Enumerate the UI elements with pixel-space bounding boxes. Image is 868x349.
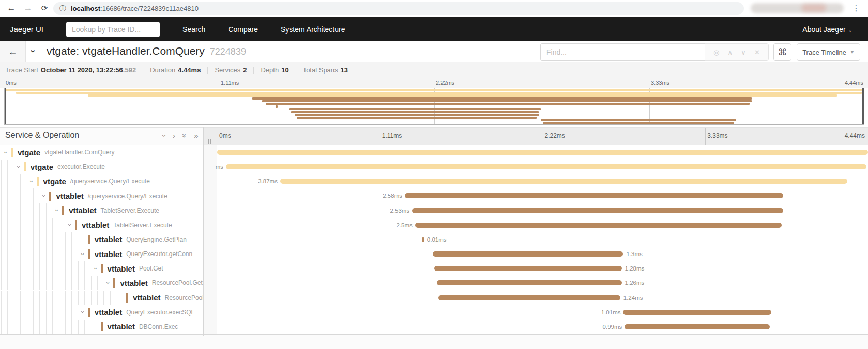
span-bar-cell[interactable]: 2.5ms — [217, 218, 868, 232]
span-row[interactable]: ›vttablet/queryservice.Query/Execute2.58… — [0, 188, 868, 203]
span-tree-cell[interactable]: ›vttabletQueryExecutor.execSQL — [0, 305, 203, 320]
span-tree-cell[interactable]: vttabletDBConn.Exec — [0, 320, 203, 334]
expand-chevron-icon[interactable]: › — [66, 221, 74, 229]
expand-chevron-icon[interactable]: › — [53, 207, 61, 214]
span-row[interactable]: ›vttabletResourcePool.Get1.26ms — [0, 276, 868, 290]
span-duration-label: 1.24ms — [620, 295, 643, 301]
expand-chevron-icon[interactable]: › — [40, 193, 48, 200]
site-info-icon[interactable]: ⓘ — [59, 4, 66, 13]
span-bar-cell[interactable]: 1.28ms — [217, 261, 868, 276]
span-duration-bar[interactable] — [415, 223, 782, 228]
span-row[interactable]: ›vttabletTabletServer.Execute2.5ms — [0, 218, 868, 232]
span-duration-bar[interactable] — [226, 164, 866, 169]
prev-match-icon[interactable]: ∧ — [728, 49, 733, 56]
collapse-trace-chevron-icon[interactable]: › — [28, 50, 38, 53]
expand-chevron-icon[interactable]: › — [14, 163, 22, 170]
next-match-icon[interactable]: ∨ — [741, 49, 746, 56]
expand-chevron-icon[interactable]: › — [27, 178, 35, 185]
browser-menu-icon[interactable]: ⋮ — [850, 2, 862, 14]
span-duration-bar[interactable] — [412, 208, 783, 213]
expand-chevron-icon[interactable]: › — [92, 265, 99, 272]
nav-link-system-architecture[interactable]: System Architecture — [281, 25, 345, 34]
span-row[interactable]: ›vtgate/queryservice.Query/Execute3.87ms — [0, 174, 868, 188]
span-tree-cell[interactable]: ›vttablet/queryservice.Query/Execute — [0, 188, 203, 203]
span-tree-cell[interactable]: vttabletResourcePool.factory — [0, 291, 203, 305]
browser-reload-icon[interactable]: ⟳ — [38, 2, 51, 14]
span-duration-bar[interactable] — [433, 251, 623, 257]
span-row[interactable]: vttabletResourcePool.factory1.24ms — [0, 291, 868, 305]
span-row[interactable]: ›vttabletQueryExecutor.getConn1.3ms — [0, 247, 868, 261]
minimap-right-handle[interactable] — [862, 88, 864, 124]
about-jaeger-menu[interactable]: About Jaeger⌄ — [802, 25, 852, 34]
span-bar-cell[interactable]: 0.99ms — [217, 320, 868, 334]
address-bar[interactable]: ⓘ localhost:16686/trace/7224839c11ae4810 — [53, 2, 744, 15]
span-tree-cell[interactable]: ›vtgateexecutor.Execute — [0, 160, 203, 174]
span-duration-bar[interactable] — [217, 150, 868, 155]
span-duration-bar[interactable] — [623, 310, 771, 315]
minimap-left-handle[interactable] — [5, 88, 6, 124]
span-row[interactable]: ›vttabletTabletServer.Execute2.53ms — [0, 203, 868, 218]
trace-id-lookup-input[interactable] — [66, 22, 160, 37]
span-tree-cell[interactable]: ›vttabletTabletServer.Execute — [0, 218, 203, 232]
span-tree-cell[interactable]: ›vttabletPool.Get — [0, 261, 203, 276]
column-resizer-grip[interactable] — [208, 139, 213, 144]
browser-forward-icon[interactable]: → — [22, 2, 34, 14]
span-bar-cell[interactable]: 2.53ms — [217, 203, 868, 218]
minimap-span-bar — [16, 92, 862, 94]
target-icon[interactable]: ◎ — [713, 49, 719, 56]
span-duration-bar[interactable] — [434, 266, 622, 271]
expand-one-icon[interactable]: › — [173, 132, 175, 140]
find-input[interactable] — [540, 43, 705, 61]
collapse-one-icon[interactable]: › — [160, 135, 169, 137]
collapse-all-icon[interactable]: » — [180, 134, 189, 138]
span-tree-cell[interactable]: ›vtgate/queryservice.Query/Execute — [0, 174, 203, 188]
span-bar-cell[interactable]: 1.24ms — [217, 291, 868, 305]
trace-stat: Duration4.44ms — [150, 66, 201, 74]
span-row[interactable]: ›vttabletQueryExecutor.execSQL1.01ms — [0, 305, 868, 320]
indent-guides — [1, 232, 75, 247]
minimap-tick-label: 2.22ms — [436, 80, 454, 86]
span-bar-cell[interactable] — [217, 145, 868, 160]
span-row[interactable]: ›vtgatevtgateHandler.ComQuery — [0, 145, 868, 160]
span-bar-cell[interactable]: 1.3ms — [217, 247, 868, 261]
expand-all-icon[interactable]: » — [194, 132, 198, 140]
keyboard-shortcuts-button[interactable]: ⌘ — [773, 43, 791, 61]
back-button[interactable]: ← — [0, 41, 26, 62]
operation-name: executor.Execute — [57, 163, 105, 170]
span-tree-cell[interactable]: vttabletQueryEngine.GetPlan — [0, 232, 203, 247]
span-bar-cell[interactable]: ms — [217, 160, 868, 174]
clear-find-icon[interactable]: ✕ — [754, 49, 760, 56]
expand-chevron-icon[interactable]: › — [2, 149, 10, 156]
trace-minimap[interactable] — [4, 88, 864, 125]
browser-back-icon[interactable]: ← — [5, 2, 18, 14]
span-tree-cell[interactable]: ›vttabletResourcePool.Get — [0, 276, 203, 290]
nav-link-search[interactable]: Search — [182, 25, 205, 34]
span-row[interactable]: ›vtgateexecutor.Executems — [0, 160, 868, 174]
service-name: vttablet — [108, 322, 135, 331]
span-row[interactable]: vttabletDBConn.Exec0.99ms — [0, 320, 868, 334]
minimap-span-bar — [291, 111, 539, 113]
span-duration-bar[interactable] — [280, 179, 847, 184]
jaeger-brand[interactable]: Jaeger UI — [10, 25, 43, 34]
column-divider[interactable] — [203, 127, 204, 336]
nav-link-compare[interactable]: Compare — [228, 25, 258, 34]
span-row[interactable]: ›vttabletPool.Get1.28ms — [0, 261, 868, 276]
expand-chevron-icon[interactable]: › — [79, 250, 86, 258]
span-duration-bar[interactable] — [625, 324, 770, 329]
span-bar-cell[interactable]: 2.58ms — [217, 188, 868, 203]
expand-chevron-icon[interactable]: › — [104, 279, 112, 287]
span-bar-cell[interactable]: 3.87ms — [217, 174, 868, 188]
expand-chevron-icon[interactable]: › — [79, 309, 86, 316]
span-tree-cell[interactable]: ›vttabletTabletServer.Execute — [0, 203, 203, 218]
span-row[interactable]: vttabletQueryEngine.GetPlan0.01ms — [0, 232, 868, 247]
span-tree-cell[interactable]: ›vttabletQueryExecutor.getConn — [0, 247, 203, 261]
span-duration-bar[interactable] — [405, 193, 783, 198]
timeline-tick-label: 3.33ms — [707, 132, 727, 139]
trace-view-selector[interactable]: Trace Timeline▼ — [797, 43, 860, 61]
span-duration-bar[interactable] — [437, 280, 621, 285]
span-bar-cell[interactable]: 1.26ms — [217, 276, 868, 290]
span-bar-cell[interactable]: 1.01ms — [217, 305, 868, 320]
span-tree-cell[interactable]: ›vtgatevtgateHandler.ComQuery — [0, 145, 203, 160]
span-bar-cell[interactable]: 0.01ms — [217, 232, 868, 247]
span-duration-bar[interactable] — [438, 295, 620, 300]
